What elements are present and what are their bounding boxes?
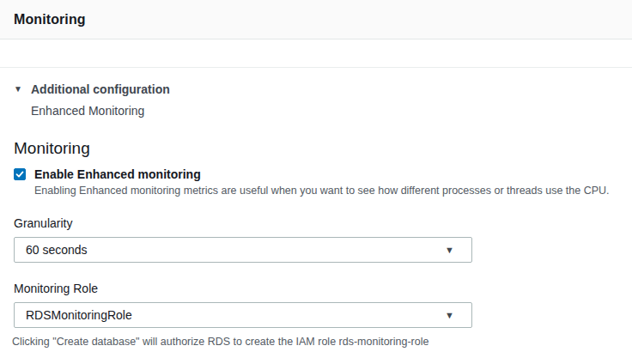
panel-header: Monitoring [0, 0, 632, 39]
granularity-select[interactable]: 60 seconds ▼ [14, 237, 472, 263]
enable-enhanced-monitoring-label[interactable]: Enable Enhanced monitoring [34, 167, 201, 182]
section-divider [0, 67, 632, 68]
enable-enhanced-monitoring-checkbox[interactable] [14, 168, 26, 180]
additional-configuration-label: Additional configuration [31, 82, 170, 97]
additional-configuration-toggle[interactable]: ▼ Additional configuration [14, 82, 618, 97]
monitoring-panel: Monitoring ▼ Additional configuration En… [0, 0, 632, 349]
monitoring-role-selected-value: RDSMonitoringRole [26, 308, 132, 322]
caret-down-icon: ▼ [14, 82, 31, 97]
monitoring-role-select[interactable]: RDSMonitoringRole ▼ [14, 302, 472, 328]
monitoring-role-label: Monitoring Role [14, 281, 618, 296]
page-title: Monitoring [14, 12, 86, 27]
check-icon [15, 170, 24, 179]
section-title: Monitoring [14, 137, 618, 160]
enhanced-monitoring-description: Enabling Enhanced monitoring metrics are… [34, 185, 618, 197]
enable-enhanced-monitoring-row: Enable Enhanced monitoring [14, 167, 618, 182]
monitoring-role-help: Clicking "Create database" will authoriz… [12, 336, 618, 349]
caret-down-icon: ▼ [445, 245, 454, 255]
granularity-selected-value: 60 seconds [26, 243, 88, 257]
granularity-label: Granularity [14, 215, 618, 231]
caret-down-icon: ▼ [445, 310, 454, 320]
enhanced-monitoring-item[interactable]: Enhanced Monitoring [31, 103, 618, 118]
